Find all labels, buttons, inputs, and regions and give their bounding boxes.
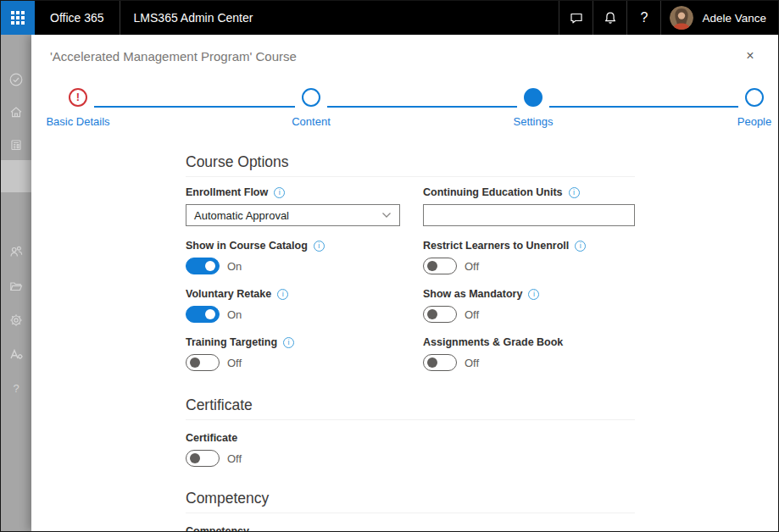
info-icon[interactable]: i — [283, 337, 294, 348]
step-settings[interactable]: Settings — [482, 88, 584, 128]
field-label: Certificate — [186, 432, 237, 444]
toggle-switch[interactable] — [186, 450, 220, 467]
toggle-switch[interactable] — [186, 354, 220, 371]
info-icon[interactable]: i — [569, 187, 580, 198]
toggle-certificate: Certificate Off — [186, 431, 635, 467]
folder-open-icon[interactable] — [8, 279, 24, 294]
toggle-knob — [190, 357, 200, 368]
toggle-switch[interactable] — [186, 306, 220, 323]
chevron-down-icon — [381, 212, 392, 219]
app-title: LMS365 Admin Center — [120, 1, 267, 35]
section-heading-certificate: Certificate — [186, 396, 635, 420]
completed-check-icon[interactable] — [8, 72, 24, 87]
home-icon[interactable] — [8, 104, 24, 119]
field-label: Restrict Learners to Unenroll — [423, 240, 569, 252]
sidebar-help-icon[interactable]: ? — [8, 382, 24, 397]
step-circle-icon — [302, 88, 320, 107]
settings-form: Course Options Enrollment Flow i Automat… — [186, 153, 635, 532]
bell-icon — [603, 10, 618, 25]
panel-title: 'Accelerated Management Program' Course — [50, 49, 737, 64]
step-label: Content — [260, 115, 362, 128]
info-icon[interactable]: i — [277, 289, 288, 300]
toggle-state-label: Off — [227, 452, 242, 465]
field-label: Show as Mandatory — [423, 288, 522, 300]
info-icon[interactable]: i — [274, 187, 285, 198]
ceu-input[interactable] — [423, 204, 635, 226]
lms-admin-icon[interactable] — [8, 346, 24, 362]
question-mark-icon: ? — [640, 10, 648, 25]
step-label: Basic Details — [27, 115, 129, 128]
enrollment-flow-dropdown[interactable]: Automatic Approval — [186, 204, 400, 226]
toggle-knob — [205, 309, 215, 319]
step-label: People — [704, 115, 779, 128]
toggle-state-label: On — [227, 260, 242, 273]
toggle-show-in-course-catalog: Show in Course Catalog i On — [186, 239, 400, 274]
toggle-switch[interactable] — [186, 258, 220, 274]
settings-gear-icon[interactable] — [8, 313, 24, 328]
toggle-knob — [190, 453, 200, 463]
learners-people-icon[interactable] — [8, 244, 24, 259]
toggle-voluntary-retake: Voluntary Retake i On — [186, 287, 400, 323]
wizard-stepper: ! Basic Details Content Settings People — [31, 77, 778, 153]
field-label: Continuing Education Units — [423, 186, 563, 198]
course-editor-panel: 'Accelerated Management Program' Course … — [31, 35, 778, 531]
dropdown-value: Automatic Approval — [194, 209, 289, 222]
avatar — [670, 6, 693, 30]
panel-header: 'Accelerated Management Program' Course … — [31, 35, 778, 77]
course-catalog-icon[interactable] — [8, 137, 24, 152]
field-label: Enrollment Flow — [186, 186, 268, 198]
info-icon[interactable]: i — [528, 289, 539, 300]
waffle-grid-icon — [11, 11, 25, 25]
toggle-state-label: Off — [465, 308, 479, 321]
field-label: Assignments & Grade Book — [423, 336, 563, 348]
field-label: Voluntary Retake — [186, 288, 271, 300]
toggle-restrict-learners-to-unenroll: Restrict Learners to Unenroll i Off — [423, 239, 635, 274]
brand-office365[interactable]: Office 365 — [35, 1, 120, 35]
app-launcher-waffle-icon[interactable] — [1, 1, 35, 35]
enrollment-flow-field: Enrollment Flow i Automatic Approval — [186, 186, 400, 226]
toggle-knob — [427, 309, 437, 319]
notifications-button[interactable] — [593, 1, 626, 35]
ceu-field: Continuing Education Units i — [423, 186, 635, 226]
field-label: Show in Course Catalog — [186, 240, 308, 252]
field-label: Training Targeting — [186, 336, 277, 348]
step-people[interactable]: People — [704, 88, 779, 128]
toggle-training-targeting: Training Targeting i Off — [186, 335, 400, 371]
account-menu[interactable]: Adele Vance — [660, 1, 778, 35]
toggle-show-as-mandatory: Show as Mandatory i Off — [423, 287, 635, 323]
suite-header: Office 365 LMS365 Admin Center ? — [1, 1, 778, 35]
step-label: Settings — [482, 115, 584, 128]
toggle-knob — [205, 261, 215, 271]
step-error-icon: ! — [69, 88, 87, 107]
toggle-knob — [427, 261, 437, 271]
field-label: Competency — [186, 525, 249, 532]
toggle-competency: Competency Off — [186, 524, 635, 532]
close-icon[interactable]: × — [737, 43, 763, 69]
step-circle-icon — [524, 88, 543, 107]
toggle-switch[interactable] — [423, 258, 457, 274]
user-name: Adele Vance — [702, 12, 766, 25]
chat-bubble-icon — [569, 10, 584, 25]
toggle-state-label: Off — [465, 357, 479, 369]
info-icon[interactable]: i — [575, 241, 586, 252]
toggle-state-label: On — [227, 308, 242, 321]
section-heading-course-options: Course Options — [186, 153, 635, 177]
step-circle-icon — [745, 88, 764, 107]
toggle-switch[interactable] — [423, 306, 457, 323]
info-icon[interactable]: i — [314, 241, 325, 252]
section-heading-competency: Competency — [186, 490, 635, 513]
toggle-knob — [427, 357, 437, 368]
sidebar-selected-item[interactable] — [1, 160, 31, 192]
toggle-state-label: Off — [227, 357, 242, 369]
toggle-assignments-grade-book: Assignments & Grade Book i Off — [423, 335, 635, 371]
feedback-chat-button[interactable] — [559, 1, 593, 35]
help-button[interactable]: ? — [626, 1, 660, 35]
step-basic-details[interactable]: ! Basic Details — [27, 88, 129, 128]
toggle-switch[interactable] — [423, 354, 457, 371]
step-content[interactable]: Content — [260, 88, 362, 128]
toggle-state-label: Off — [465, 260, 479, 273]
app-window: Office 365 LMS365 Admin Center ? — [0, 0, 779, 532]
